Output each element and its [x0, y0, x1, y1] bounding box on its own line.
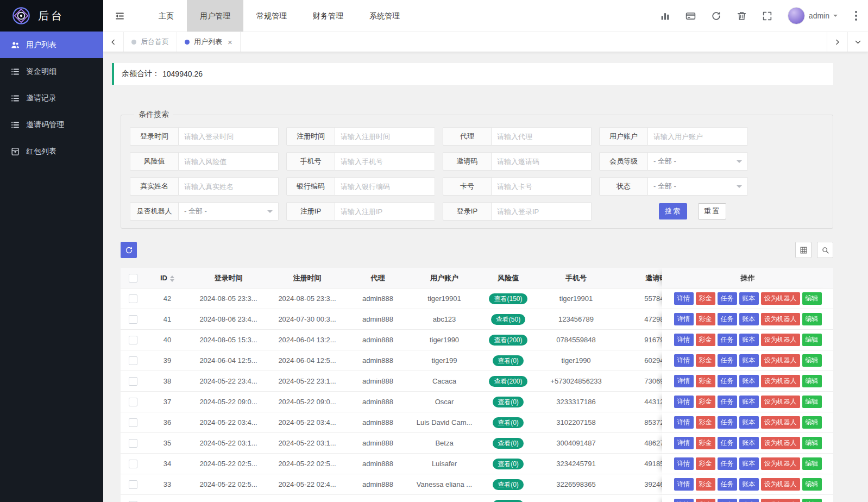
search-field-select[interactable]: - 全部 -	[179, 202, 279, 221]
sidebar-item[interactable]: 资金明细	[0, 58, 103, 85]
top-menu-item[interactable]: 主页	[146, 0, 187, 32]
search-field-input[interactable]	[335, 127, 435, 146]
task-button[interactable]: 任务	[718, 354, 737, 367]
bonus-button[interactable]: 彩金	[696, 396, 715, 408]
ledger-button[interactable]: 账本	[739, 292, 759, 305]
ledger-button[interactable]: 账本	[739, 396, 759, 408]
task-button[interactable]: 任务	[718, 437, 737, 449]
detail-button[interactable]: 详情	[674, 437, 694, 449]
detail-button[interactable]: 详情	[674, 375, 694, 387]
edit-button[interactable]: 编辑	[802, 313, 822, 325]
clear-cache-icon[interactable]	[737, 11, 747, 21]
card-icon[interactable]	[685, 11, 696, 21]
top-menu-item[interactable]: 财务管理	[300, 0, 356, 32]
task-button[interactable]: 任务	[718, 478, 737, 491]
detail-button[interactable]: 详情	[674, 396, 694, 408]
tabs-scroll-right-button[interactable]	[827, 32, 847, 52]
top-menu-item[interactable]: 系统管理	[356, 0, 413, 32]
app-logo[interactable]: 后台	[0, 0, 103, 32]
risk-view-badge[interactable]: 查看(200)	[489, 335, 527, 346]
search-field-input[interactable]	[335, 202, 435, 221]
risk-view-badge[interactable]: 查看(0)	[493, 438, 524, 449]
more-menu-icon[interactable]	[853, 9, 859, 23]
edit-button[interactable]: 编辑	[802, 354, 822, 367]
set-robot-button[interactable]: 设为机器人	[761, 457, 800, 470]
row-checkbox[interactable]	[129, 377, 137, 386]
ledger-button[interactable]: 账本	[739, 416, 759, 429]
task-button[interactable]: 任务	[718, 457, 737, 470]
bonus-button[interactable]: 彩金	[696, 478, 715, 491]
sidebar-item[interactable]: 邀请记录	[0, 85, 103, 111]
row-checkbox[interactable]	[129, 398, 137, 406]
task-button[interactable]: 任务	[718, 416, 737, 429]
risk-view-badge[interactable]: 查看(150)	[489, 293, 527, 304]
search-field-input[interactable]	[335, 177, 435, 196]
set-robot-button[interactable]: 设为机器人	[761, 292, 800, 305]
search-field-input[interactable]	[179, 127, 279, 146]
tab-close-icon[interactable]: ×	[228, 38, 232, 46]
edit-button[interactable]: 编辑	[802, 478, 822, 491]
row-checkbox[interactable]	[129, 356, 137, 365]
risk-view-badge[interactable]: 查看(0)	[493, 500, 524, 502]
tabs-scroll-left-button[interactable]	[103, 32, 124, 52]
task-button[interactable]: 任务	[718, 375, 737, 387]
detail-button[interactable]: 详情	[674, 313, 694, 325]
detail-button[interactable]: 详情	[674, 457, 694, 470]
ledger-button[interactable]: 账本	[739, 437, 759, 449]
edit-button[interactable]: 编辑	[802, 499, 822, 502]
row-checkbox[interactable]	[129, 480, 137, 489]
edit-button[interactable]: 编辑	[802, 292, 822, 305]
task-button[interactable]: 任务	[718, 313, 737, 325]
set-robot-button[interactable]: 设为机器人	[761, 416, 800, 429]
risk-view-badge[interactable]: 查看(0)	[493, 479, 524, 490]
edit-button[interactable]: 编辑	[802, 437, 822, 449]
ledger-button[interactable]: 账本	[739, 354, 759, 367]
bonus-button[interactable]: 彩金	[696, 499, 715, 502]
sidebar-item[interactable]: 用户列表	[0, 32, 103, 58]
ledger-button[interactable]: 账本	[739, 478, 759, 491]
set-robot-button[interactable]: 设为机器人	[761, 334, 800, 346]
columns-filter-button[interactable]	[795, 242, 812, 258]
search-field-input[interactable]	[648, 127, 748, 146]
ledger-button[interactable]: 账本	[739, 313, 759, 325]
set-robot-button[interactable]: 设为机器人	[761, 478, 800, 491]
bonus-button[interactable]: 彩金	[696, 354, 715, 367]
search-field-input[interactable]	[492, 177, 592, 196]
task-button[interactable]: 任务	[718, 292, 737, 305]
set-robot-button[interactable]: 设为机器人	[761, 313, 800, 325]
bonus-button[interactable]: 彩金	[696, 292, 715, 305]
select-all-checkbox[interactable]	[129, 274, 137, 283]
sort-id-control[interactable]	[170, 275, 174, 282]
risk-view-badge[interactable]: 查看(0)	[493, 355, 524, 366]
detail-button[interactable]: 详情	[674, 416, 694, 429]
fullscreen-icon[interactable]	[762, 11, 772, 21]
set-robot-button[interactable]: 设为机器人	[761, 499, 800, 502]
search-field-input[interactable]	[492, 127, 592, 146]
bonus-button[interactable]: 彩金	[696, 437, 715, 449]
search-button[interactable]: 搜索	[659, 203, 687, 219]
row-checkbox[interactable]	[129, 315, 137, 324]
search-field-select[interactable]: - 全部 -	[648, 177, 748, 196]
collapse-sidebar-icon[interactable]	[103, 0, 136, 32]
edit-button[interactable]: 编辑	[802, 396, 822, 408]
bonus-button[interactable]: 彩金	[696, 334, 715, 346]
search-field-select[interactable]: - 全部 -	[648, 152, 748, 171]
search-field-input[interactable]	[335, 152, 435, 171]
task-button[interactable]: 任务	[718, 499, 737, 502]
top-menu-item[interactable]: 常规管理	[243, 0, 300, 32]
search-field-input[interactable]	[492, 152, 592, 171]
table-search-toggle-button[interactable]	[817, 242, 833, 258]
reset-button[interactable]: 重置	[698, 203, 726, 219]
row-checkbox[interactable]	[129, 418, 137, 427]
risk-view-badge[interactable]: 查看(0)	[493, 417, 524, 428]
search-field-input[interactable]	[179, 177, 279, 196]
ledger-button[interactable]: 账本	[739, 375, 759, 387]
tab[interactable]: 后台首页	[124, 32, 177, 52]
set-robot-button[interactable]: 设为机器人	[761, 354, 800, 367]
risk-view-badge[interactable]: 查看(0)	[493, 459, 524, 469]
risk-view-badge[interactable]: 查看(200)	[489, 376, 527, 387]
set-robot-button[interactable]: 设为机器人	[761, 396, 800, 408]
detail-button[interactable]: 详情	[674, 499, 694, 502]
row-checkbox[interactable]	[129, 460, 137, 468]
row-checkbox[interactable]	[129, 336, 137, 344]
